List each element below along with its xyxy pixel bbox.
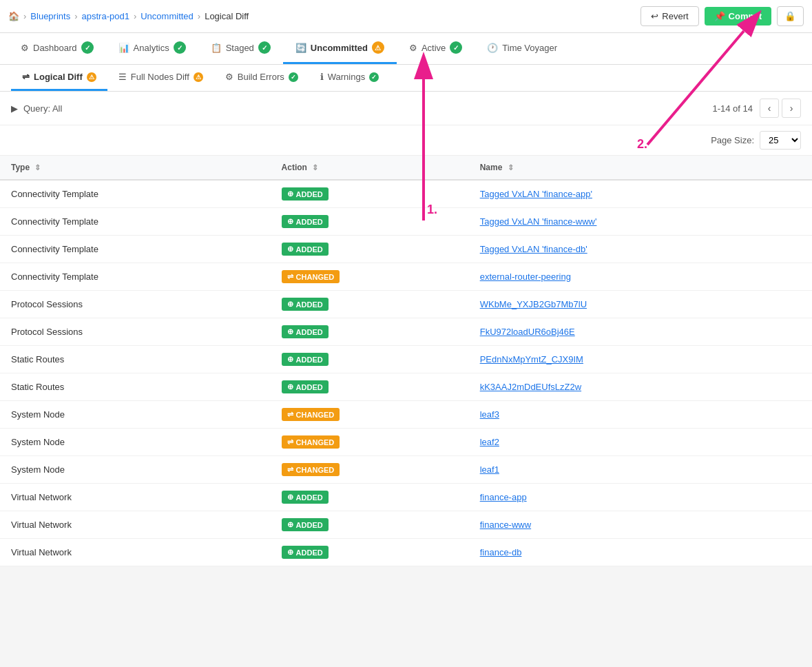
changed-icon: ⇌	[287, 272, 293, 281]
cell-action: ⇌ CHANGED	[271, 263, 469, 291]
cell-name[interactable]: WKbMe_YXJB2Gb7Mb7lU	[469, 291, 812, 318]
warnings-icon: ℹ	[320, 72, 324, 82]
sort-action-icon: ⇕	[312, 163, 318, 172]
full-nodes-badge: ⚠	[194, 72, 203, 82]
cell-action: ⊕ ADDED	[271, 180, 469, 208]
tab-active[interactable]: ⚙ Active ✓	[397, 33, 475, 64]
cell-name[interactable]: finance-www	[469, 511, 812, 539]
cell-name[interactable]: leaf3	[469, 401, 812, 429]
cell-type: Virtual Network	[0, 539, 271, 566]
cell-name[interactable]: FkU972loadUR6oBj46E	[469, 318, 812, 346]
cell-name[interactable]: leaf2	[469, 429, 812, 456]
action-badge: ⊕ ADDED	[282, 491, 329, 504]
cell-action: ⇌ CHANGED	[271, 429, 469, 456]
plus-icon: ⊕	[287, 217, 293, 226]
name-link[interactable]: external-router-peering	[480, 271, 571, 282]
cell-name[interactable]: PEdnNxMpYmtZ_CJX9IM	[469, 346, 812, 373]
cell-action: ⇌ CHANGED	[271, 456, 469, 484]
table-row: Virtual Network⊕ ADDEDfinance-www	[0, 511, 812, 539]
col-type[interactable]: Type ⇕	[0, 156, 271, 180]
name-link[interactable]: PEdnNxMpYmtZ_CJX9IM	[480, 354, 583, 365]
name-link[interactable]: Tagged VxLAN 'finance-app'	[480, 189, 592, 199]
sub-tab-build-errors[interactable]: ⚙ Build Errors ✓	[214, 65, 309, 91]
cell-type: Virtual Network	[0, 484, 271, 511]
cell-type: System Node	[0, 429, 271, 456]
breadcrumb-blueprints[interactable]: Blueprints	[30, 11, 70, 21]
lock-button[interactable]: 🔒	[777, 6, 804, 26]
table-row: System Node⇌ CHANGEDleaf1	[0, 456, 812, 484]
changed-icon: ⇌	[287, 410, 293, 419]
tab-staged[interactable]: 📋 Staged ✓	[198, 33, 283, 64]
top-bar: 🏠 › Blueprints › apstra-pod1 › Uncommitt…	[0, 0, 812, 33]
name-link[interactable]: WKbMe_YXJB2Gb7Mb7lU	[480, 299, 587, 309]
cell-type: Protocol Sessions	[0, 318, 271, 346]
breadcrumb-pod[interactable]: apstra-pod1	[82, 11, 129, 21]
cell-name[interactable]: finance-app	[469, 484, 812, 511]
sub-tab-full-nodes-diff[interactable]: ☰ Full Nodes Diff ⚠	[107, 65, 214, 91]
plus-icon: ⊕	[287, 493, 293, 502]
name-link[interactable]: finance-www	[480, 520, 531, 530]
table-row: Static Routes⊕ ADDEDPEdnNxMpYmtZ_CJX9IM	[0, 346, 812, 373]
name-link[interactable]: leaf2	[480, 437, 499, 447]
breadcrumb-uncommitted[interactable]: Uncommitted	[140, 11, 194, 21]
commit-icon: 📌	[714, 11, 725, 21]
plus-icon: ⊕	[287, 245, 293, 254]
col-name[interactable]: Name ⇕	[469, 156, 812, 180]
name-link[interactable]: finance-db	[480, 547, 522, 557]
cell-name[interactable]: Tagged VxLAN 'finance-www'	[469, 208, 812, 236]
plus-icon: ⊕	[287, 520, 293, 529]
cell-action: ⊕ ADDED	[271, 291, 469, 318]
build-errors-icon: ⚙	[225, 72, 233, 82]
cell-name[interactable]: Tagged VxLAN 'finance-db'	[469, 236, 812, 263]
name-link[interactable]: finance-app	[480, 492, 527, 502]
cell-name[interactable]: leaf1	[469, 456, 812, 484]
commit-button[interactable]: 📌 Commit	[705, 7, 771, 25]
page-size-select[interactable]: 25 50 100	[760, 131, 801, 150]
name-link[interactable]: Tagged VxLAN 'finance-db'	[480, 244, 587, 254]
table-row: Static Routes⊕ ADDEDkK3AAJ2mDdEUfsLzZ2w	[0, 373, 812, 401]
cell-action: ⊕ ADDED	[271, 346, 469, 373]
action-badge: ⊕ ADDED	[282, 380, 329, 393]
name-link[interactable]: Tagged VxLAN 'finance-www'	[480, 216, 597, 227]
changed-icon: ⇌	[287, 465, 293, 474]
name-link[interactable]: kK3AAJ2mDdEUfsLzZ2w	[480, 382, 581, 392]
next-page-button[interactable]: ›	[782, 99, 801, 118]
breadcrumb: 🏠 › Blueprints › apstra-pod1 › Uncommitt…	[8, 11, 249, 21]
cell-name[interactable]: kK3AAJ2mDdEUfsLzZ2w	[469, 373, 812, 401]
diff-table: Type ⇕ Action ⇕ Name ⇕ Connectivity Temp…	[0, 156, 812, 566]
content-area: ▶ Query: All 1-14 of 14 ‹ › Page Size: 2…	[0, 92, 812, 566]
sub-tab-logical-diff[interactable]: ⇌ Logical Diff ⚠	[11, 65, 107, 91]
cell-type: Connectivity Template	[0, 208, 271, 236]
page-size-label: Page Size:	[711, 135, 754, 145]
cell-name[interactable]: finance-db	[469, 539, 812, 566]
table-row: Connectivity Template⊕ ADDEDTagged VxLAN…	[0, 208, 812, 236]
sub-tab-warnings[interactable]: ℹ Warnings ✓	[309, 65, 390, 91]
cell-type: Static Routes	[0, 346, 271, 373]
tab-uncommitted[interactable]: 🔄 Uncommitted ⚠	[283, 33, 397, 64]
prev-page-button[interactable]: ‹	[760, 99, 779, 118]
table-row: Virtual Network⊕ ADDEDfinance-app	[0, 484, 812, 511]
active-status-badge: ✓	[450, 41, 462, 54]
action-badge: ⊕ ADDED	[282, 518, 329, 531]
tab-time-voyager[interactable]: 🕐 Time Voyager	[475, 33, 570, 64]
active-icon: ⚙	[409, 43, 417, 53]
revert-button[interactable]: ↩ Revert	[641, 6, 698, 26]
table-row: Protocol Sessions⊕ ADDEDWKbMe_YXJB2Gb7Mb…	[0, 291, 812, 318]
col-action[interactable]: Action ⇕	[271, 156, 469, 180]
page-size-row: Page Size: 25 50 100	[0, 125, 812, 156]
cell-name[interactable]: external-router-peering	[469, 263, 812, 291]
warnings-badge: ✓	[369, 72, 379, 82]
action-badge: ⇌ CHANGED	[282, 270, 340, 283]
tab-dashboard[interactable]: ⚙ Dashboard ✓	[8, 33, 106, 64]
name-link[interactable]: FkU972loadUR6oBj46E	[480, 327, 575, 337]
name-link[interactable]: leaf3	[480, 409, 499, 420]
cell-action: ⊕ ADDED	[271, 236, 469, 263]
name-link[interactable]: leaf1	[480, 464, 499, 475]
tab-analytics[interactable]: 📊 Analytics ✓	[106, 33, 198, 64]
home-icon[interactable]: 🏠	[8, 11, 19, 21]
cell-action: ⊕ ADDED	[271, 539, 469, 566]
sub-tabs: ⇌ Logical Diff ⚠ ☰ Full Nodes Diff ⚠ ⚙ B…	[0, 65, 812, 92]
cell-name[interactable]: Tagged VxLAN 'finance-app'	[469, 180, 812, 208]
expand-query-icon[interactable]: ▶	[11, 103, 18, 114]
staged-icon: 📋	[211, 43, 222, 53]
